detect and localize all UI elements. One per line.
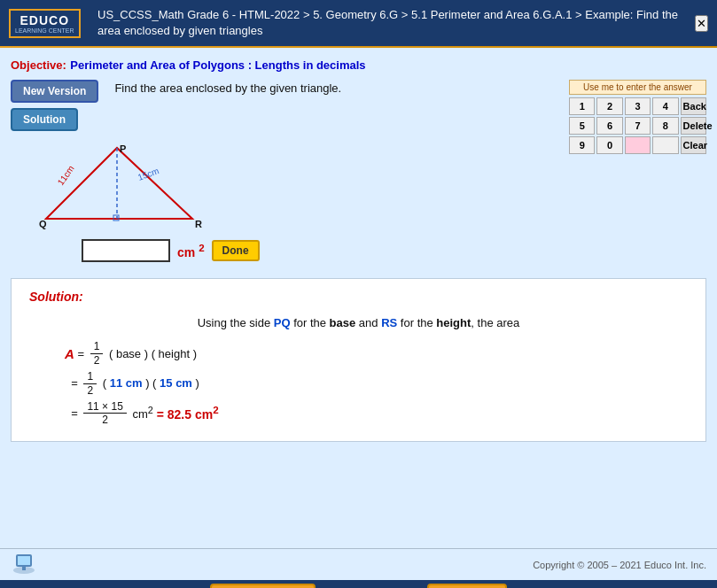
top-section: New Version Find the area enclosed by th…	[11, 80, 706, 269]
objective-bar: Objective: Perimeter and Area of Polygon…	[11, 57, 706, 73]
fraction-11x15: 11 × 15 2	[83, 400, 126, 427]
solution-line2: A = 1 2 ( base ) ( height )	[65, 340, 688, 367]
close-button[interactable]: ✕	[695, 15, 708, 32]
rs-label: RS	[381, 316, 397, 329]
svg-rect-11	[22, 567, 26, 570]
svg-marker-0	[46, 148, 192, 219]
svg-text:15cm: 15cm	[136, 166, 160, 182]
bottom-navigation: < Previous 195 of 220 Next >	[0, 580, 717, 588]
numpad-clear[interactable]: Clear	[681, 136, 706, 154]
numpad-0[interactable]: 0	[596, 136, 622, 154]
numpad-9[interactable]: 9	[569, 136, 595, 154]
logo-area: EDUCO LEARNING CENTER	[9, 9, 89, 38]
numpad-8[interactable]: 8	[652, 117, 678, 135]
numpad-7[interactable]: 7	[625, 117, 651, 135]
breadcrumb: US_CCSS_Math Grade 6 - HTML-2022 > 5. Ge…	[97, 7, 686, 39]
solution-line4: = 11 × 15 2 cm2 = 82.5 cm2	[65, 400, 688, 427]
solution-line1: Using the side PQ for the base and RS fo…	[29, 313, 688, 333]
solution-line3: = 1 2 ( 11 cm ) ( 15 cm )	[65, 370, 688, 397]
done-button[interactable]: Done	[212, 240, 260, 261]
footer-icon	[11, 551, 37, 579]
logo-educo: EDUCO	[15, 13, 74, 27]
cm2-label: cm 2	[177, 242, 205, 259]
numpad-6[interactable]: 6	[596, 117, 622, 135]
buttons-row: New Version Find the area enclosed by th…	[11, 80, 560, 103]
base-label: base	[330, 316, 356, 329]
problem-text: Find the area enclosed by the given tria…	[114, 81, 341, 95]
solution-section: Solution: Using the side PQ for the base…	[11, 278, 706, 442]
objective-label: Objective:	[11, 58, 66, 72]
svg-text:Q: Q	[39, 219, 47, 229]
numpad-5[interactable]: 5	[569, 117, 595, 135]
values-text: ( 11 cm ) ( 15 cm )	[99, 373, 199, 393]
footer-bar: Copyright © 2005 – 2021 Educo Int. Inc.	[0, 548, 717, 580]
objective-text: Perimeter and Area of Polygons : Lengths…	[70, 58, 365, 72]
svg-text:11cm: 11cm	[56, 164, 76, 187]
next-button[interactable]: Next >	[427, 584, 507, 588]
page-indicator: 195 of 220	[316, 584, 426, 588]
numpad-4[interactable]: 4	[652, 97, 678, 115]
numpad-label: Use me to enter the answer	[569, 80, 706, 95]
pq-label: PQ	[274, 316, 291, 329]
previous-button[interactable]: < Previous	[210, 584, 316, 588]
triangle-svg: P Q R 11cm 15cm	[37, 143, 214, 232]
height-label: height	[436, 316, 471, 329]
numpad-2[interactable]: 2	[596, 97, 622, 115]
numpad-pink[interactable]	[625, 136, 651, 154]
logo-sub: LEARNING CENTER	[15, 27, 74, 34]
a-var: A	[65, 342, 74, 366]
solution-button[interactable]: Solution	[11, 108, 78, 131]
result-text: = 82.5 cm2	[153, 400, 219, 426]
problem-area: New Version Find the area enclosed by th…	[11, 80, 560, 269]
numpad-delete[interactable]: Delete	[681, 117, 706, 135]
numpad-3[interactable]: 3	[625, 97, 651, 115]
svg-text:R: R	[195, 219, 202, 229]
solution-label: Solution:	[29, 290, 688, 304]
cm2-text: cm2	[129, 402, 153, 425]
base-height-text: ( base ) ( height )	[105, 344, 197, 364]
numpad-back[interactable]: Back	[681, 97, 706, 115]
fraction-half-1: 1 2	[90, 340, 104, 367]
answer-row: cm 2 Done	[82, 239, 560, 262]
numpad-empty	[652, 136, 678, 154]
numpad: Use me to enter the answer 1 2 3 4 Back …	[569, 80, 706, 269]
svg-rect-10	[18, 556, 30, 565]
numpad-1[interactable]: 1	[569, 97, 595, 115]
numpad-grid: 1 2 3 4 Back 5 6 7 8 Delete 9 0 Clear	[569, 97, 706, 154]
logo-box: EDUCO LEARNING CENTER	[9, 9, 81, 38]
footer-svg-icon	[11, 551, 37, 576]
app-header: EDUCO LEARNING CENTER US_CCSS_Math Grade…	[0, 0, 717, 46]
triangle-diagram: P Q R 11cm 15cm	[37, 143, 232, 232]
solution-body: Using the side PQ for the base and RS fo…	[29, 313, 688, 427]
new-version-button[interactable]: New Version	[11, 80, 98, 103]
main-content: Objective: Perimeter and Area of Polygon…	[0, 48, 717, 548]
answer-input[interactable]	[82, 239, 170, 262]
copyright: Copyright © 2005 – 2021 Educo Int. Inc.	[37, 560, 706, 570]
svg-text:P: P	[120, 143, 126, 154]
fraction-half-2: 1 2	[83, 370, 97, 397]
